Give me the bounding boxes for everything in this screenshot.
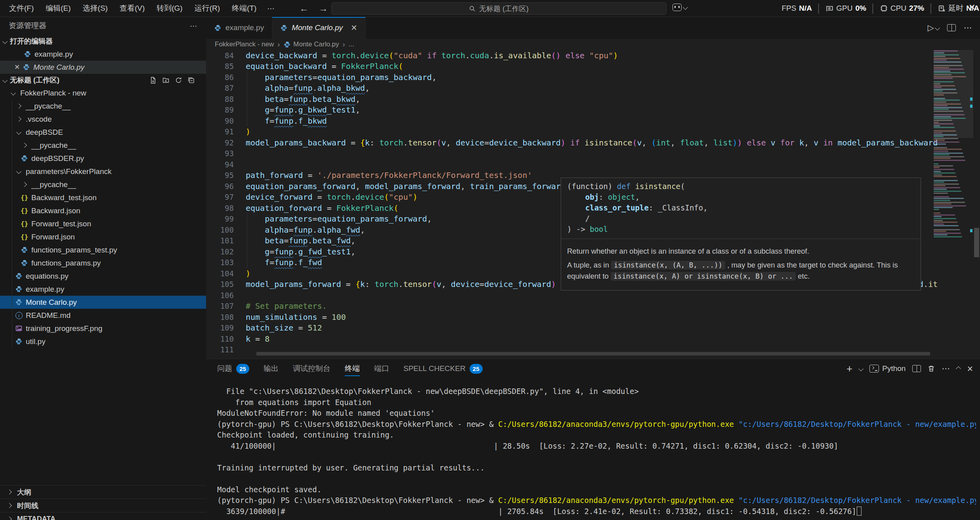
tree-item-README-md[interactable]: iREADME.md [0, 309, 206, 322]
nav-forward-icon[interactable]: → [319, 3, 328, 14]
menu-item-4[interactable]: 转到(G) [151, 2, 188, 14]
tree-item-example-py[interactable]: example.py [0, 283, 206, 296]
python-file-icon [21, 246, 28, 254]
split-editor-icon[interactable] [947, 24, 956, 31]
panel-tab--[interactable]: 输出 [264, 359, 279, 378]
sidebar-section-METADATA[interactable]: METADATA [0, 512, 206, 520]
line-number: 97 [206, 193, 234, 201]
tree-item-equations-py[interactable]: equations.py [0, 270, 206, 283]
open-editors-header[interactable]: 打开的编辑器 [0, 35, 206, 48]
trash-icon[interactable] [928, 365, 935, 373]
code-line-94[interactable]: 94 [206, 159, 937, 170]
horizontal-scrollbar[interactable] [256, 352, 930, 356]
menu-item-5[interactable]: 运行(R) [189, 2, 226, 14]
open-editor-item[interactable]: example.py [0, 48, 206, 61]
new-terminal-button[interactable]: + [846, 363, 852, 375]
tree-item-label: __pycache__ [31, 180, 76, 189]
code-line-86[interactable]: 86 parameters=equation_params_backward, [206, 72, 937, 83]
tree-item--pycache-[interactable]: __pycache__ [0, 139, 206, 152]
tree-item-parameters-FokkerPlanck[interactable]: parameters\FokkerPlanck [0, 165, 206, 178]
open-editor-label: example.py [34, 50, 73, 59]
panel-tab--[interactable]: 终端 [345, 359, 360, 378]
new-folder-icon[interactable] [162, 76, 170, 84]
close-tab-icon[interactable]: ✕ [351, 23, 357, 32]
breadcrumb-item[interactable]: FokkerPlanck - new [215, 40, 274, 48]
menu-item-1[interactable]: 编辑(E) [40, 2, 76, 14]
terminal-output[interactable]: File "c:\Users\86182\Desktop\FokkerPlanc… [217, 386, 976, 520]
chevron-up-icon[interactable] [956, 366, 961, 371]
line-content: beta=funp.beta_bkwd, [246, 94, 360, 104]
tree-item-training-progressF-png[interactable]: training_progressF.png [0, 322, 206, 335]
tree-item-Monte-Carlo-py[interactable]: Monte Carlo.py [0, 296, 206, 309]
menu-item-6[interactable]: 终端(T) [226, 2, 262, 14]
panel-tab--[interactable]: 调试控制台 [293, 359, 330, 378]
code-line-107[interactable]: 107# Set parameters. [206, 301, 937, 312]
menu-item-3[interactable]: 查看(V) [114, 2, 151, 14]
sidebar-section-大纲[interactable]: 大纲 [0, 485, 206, 499]
code-line-110[interactable]: 110k = 8 [206, 333, 937, 344]
stat-GPU: GPU0% [826, 4, 866, 13]
tree-item-Backward-json[interactable]: {}Backward.json [0, 204, 206, 217]
tab-Monte-Carlo-py[interactable]: Monte Carlo.py✕ [272, 17, 366, 39]
tree-item-deepBSDE[interactable]: deepBSDE [0, 126, 206, 139]
panel-close-button[interactable]: × [967, 363, 973, 375]
tree-item-Backward-test-json[interactable]: {}Backward_test.json [0, 191, 206, 204]
panel-tab--[interactable]: 端口 [374, 359, 389, 378]
tree-item-Forward-test-json[interactable]: {}Forward_test.json [0, 217, 206, 230]
code-line-93[interactable]: 93 [206, 148, 937, 159]
sidebar-section-时间线[interactable]: 时间线 [0, 499, 206, 512]
vertical-scrollbar[interactable] [974, 228, 979, 257]
line-content: path_forward = './parameters/FokkerPlanc… [246, 170, 532, 180]
copilot-button[interactable] [672, 4, 687, 11]
line-number: 91 [206, 127, 234, 136]
code-line-109[interactable]: 109batch_size = 512 [206, 323, 937, 334]
refresh-icon[interactable] [175, 76, 182, 84]
panel-more-button[interactable]: ⋯ [942, 364, 950, 373]
code-line-108[interactable]: 108num_simulations = 100 [206, 312, 937, 323]
command-center-search[interactable]: 无标题 (工作区) [331, 2, 667, 15]
nav-back-icon[interactable]: ← [299, 3, 308, 14]
terminal-line: from equations import Equation [217, 397, 976, 408]
tree-item-deepBSDER-py[interactable]: deepBSDER.py [0, 152, 206, 165]
tab-example-py[interactable]: example.py [206, 17, 272, 39]
menu-item-0[interactable]: 文件(F) [3, 2, 40, 14]
open-editor-item[interactable]: ✕Monte Carlo.py [0, 61, 206, 74]
code-line-84[interactable]: 84device_backward = torch.device("cuda" … [206, 50, 937, 61]
close-editor-icon[interactable]: ✕ [14, 63, 20, 71]
code-line-85[interactable]: 85equation_backward = FokkerPlanck( [206, 61, 937, 72]
tree-item-FokkerPlanck-new[interactable]: FokkerPlanck - new [0, 86, 206, 99]
code-line-92[interactable]: 92model_params_backward = {k: torch.tens… [206, 137, 937, 148]
code-line-87[interactable]: 87 alpha=funp.alpha_bkwd, [206, 83, 937, 94]
split-terminal-icon[interactable] [912, 365, 921, 372]
breadcrumb-item[interactable]: ... [349, 40, 354, 48]
tree-item--pycache-[interactable]: __pycache__ [0, 178, 206, 191]
code-line-106[interactable]: 106 [206, 290, 937, 301]
tab-label: example.py [225, 23, 264, 32]
menu-more-button[interactable]: ⋯ [262, 4, 280, 13]
breadcrumb-item[interactable]: Monte Carlo.py [283, 40, 339, 48]
tree-item--pycache-[interactable]: __pycache__ [0, 99, 206, 113]
line-number: 93 [206, 149, 234, 158]
tooltip-doc: Return whether an object is an instance … [561, 239, 921, 290]
code-line-89[interactable]: 89 g=funp.g_bkwd_test1, [206, 105, 937, 116]
collapse-all-icon[interactable] [187, 76, 195, 84]
tree-item-util-py[interactable]: util.py [0, 335, 206, 348]
minimap[interactable] [934, 34, 973, 250]
chevron-down-icon[interactable] [858, 366, 863, 371]
menu-item-2[interactable]: 选择(S) [77, 2, 114, 14]
tree-item-Forward-json[interactable]: {}Forward.json [0, 230, 206, 243]
tree-item--vscode[interactable]: .vscode [0, 113, 206, 126]
new-file-icon[interactable] [149, 76, 157, 84]
editor-more-button[interactable]: ⋯ [964, 23, 972, 32]
tree-item-functions-params-py[interactable]: functions_params.py [0, 256, 206, 270]
code-line-88[interactable]: 88 beta=funp.beta_bkwd, [206, 94, 937, 105]
code-line-90[interactable]: 90 f=funp.f_bkwd [206, 115, 937, 126]
tree-item-functions-params-test-py[interactable]: functions_params_test.py [0, 243, 206, 256]
workspace-header[interactable]: 无标题 (工作区) [0, 74, 206, 86]
panel-tab--[interactable]: 问题25 [217, 359, 249, 378]
run-button[interactable]: ▷ [928, 23, 939, 32]
terminal-profile[interactable]: Python [869, 364, 905, 373]
panel-tab-SPELL-CHECKER[interactable]: SPELL CHECKER25 [403, 359, 483, 378]
code-line-91[interactable]: 91) [206, 126, 937, 138]
explorer-more-button[interactable]: ⋯ [190, 21, 197, 31]
